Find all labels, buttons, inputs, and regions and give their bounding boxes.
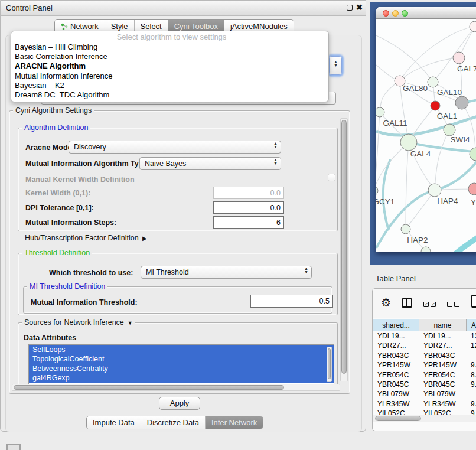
algorithm-option-basic-correlation-inference[interactable]: Basic Correlation Inference <box>15 52 328 61</box>
algorithm-option-mutual-information-inference[interactable]: Mutual Information Inference <box>15 71 328 81</box>
table-cell: 12 <box>467 341 476 350</box>
algorithm-option-bayesian-hill-climbing[interactable]: Bayesian – Hill Climbing <box>15 43 328 52</box>
threshold-definition-group: Threshold Definition Which threshold to … <box>18 253 338 315</box>
table-row[interactable]: YDL19...YDL19...13 <box>373 331 476 341</box>
network-node-node-pink[interactable] <box>468 183 476 195</box>
dpi-tolerance-field[interactable]: 0.0 <box>213 201 284 214</box>
restore-panel-icon[interactable] <box>6 444 21 450</box>
node-label-gal80: GAL80 <box>403 84 428 93</box>
table-cell: 9. <box>467 360 476 370</box>
manual-kernel-checkbox[interactable] <box>328 174 335 181</box>
settings-horizontal-scrollbar[interactable] <box>12 384 340 391</box>
node-label-swi4: SWI4 <box>450 135 470 144</box>
settings-vertical-scrollbar[interactable] <box>340 118 348 381</box>
network-node-hap4[interactable] <box>428 184 441 197</box>
algorithm-option-dream8-dc-tdc-algorithm[interactable]: Dream8 DC_TDC Algorithm <box>15 90 328 100</box>
network-edge <box>462 103 475 154</box>
network-node-node-top[interactable] <box>470 21 476 32</box>
hub-definition-label[interactable]: Hub/Transcription Factor Definition ▶ <box>25 234 147 242</box>
close-icon[interactable]: ✖ <box>356 3 363 12</box>
kernel-width-field[interactable]: 0.0 <box>213 187 284 199</box>
node-label-gal10: GAL10 <box>437 88 462 97</box>
network-node-gal10[interactable] <box>428 77 438 87</box>
network-node-gal11[interactable] <box>376 107 384 117</box>
table-cell: 9. <box>467 399 476 409</box>
table-cell: 8. <box>467 370 476 380</box>
threshold-definition-title: Threshold Definition <box>22 249 92 257</box>
algorithm-option-aracne-algorithm[interactable]: ARACNE Algorithm <box>15 61 328 71</box>
action-tab-discretize-data[interactable]: Discretize Data <box>141 416 205 429</box>
node-label-gal11: GAL11 <box>383 119 407 128</box>
table-row[interactable]: YPR145WYPR145W9. <box>373 360 476 370</box>
table-row[interactable]: YBR043CYBR043C <box>373 351 476 360</box>
mi-threshold-field[interactable]: 0.5 <box>250 295 333 308</box>
attribute-item-betweennesscentrality[interactable]: BetweennessCentrality <box>29 364 334 373</box>
tab-label: Cyni Toolbox <box>174 22 218 31</box>
table-row[interactable]: YBR045CYBR045C9. <box>373 380 476 389</box>
table-row[interactable]: YIL052CYIL052C9 <box>373 409 476 415</box>
tab-label: Style <box>111 22 128 31</box>
network-canvas[interactable]: GAL7GAL80GAL10GAL1GAL11SWI4GAL4GCY1HAP4Y… <box>376 19 476 252</box>
action-tab-infer-network[interactable]: Infer Network <box>205 416 263 429</box>
kernel-width-label: Kernel Width (0,1): <box>25 189 90 197</box>
table-cell: YBL079W <box>419 389 467 399</box>
network-node-node-gray[interactable] <box>455 96 468 109</box>
minimize-traffic-light-icon[interactable] <box>392 10 399 17</box>
collapse-down-icon[interactable]: ▼ <box>126 320 132 326</box>
network-edge <box>376 112 380 191</box>
which-threshold-combo[interactable]: MI Threshold ▲▼ <box>141 266 312 279</box>
network-edge <box>435 130 449 190</box>
attribute-item-selfloops[interactable]: SelfLoops <box>29 345 334 354</box>
network-view-window[interactable]: GAL7GAL80GAL10GAL1GAL11SWI4GAL4GCY1HAP4Y… <box>376 7 476 252</box>
action-tab-label: Impute Data <box>93 418 135 427</box>
stepper-arrows-icon: ▲▼ <box>273 158 278 165</box>
table-cell: YBR045C <box>419 380 467 389</box>
float-window-icon[interactable] <box>347 5 353 11</box>
select-all-columns-icon[interactable]: ✓✓ <box>423 302 436 307</box>
gear-icon[interactable]: ⚙ <box>381 296 391 309</box>
apply-button[interactable]: Apply <box>159 397 200 410</box>
network-node-gal7[interactable] <box>453 52 465 64</box>
network-edge <box>406 142 409 229</box>
close-traffic-light-icon[interactable] <box>383 10 389 17</box>
network-node-gal4[interactable] <box>400 134 417 151</box>
expand-right-icon[interactable]: ▶ <box>141 235 146 242</box>
algorithm-option-bayesian-k2[interactable]: Bayesian – K2 <box>15 81 328 90</box>
table-row[interactable]: YLR345WYLR345W9. <box>373 399 476 409</box>
column-header-shared[interactable]: shared... <box>373 319 419 331</box>
table-row[interactable]: YDR27...YDR27...12 <box>373 341 476 350</box>
mi-threshold-group: MI Threshold Definition Mutual Informati… <box>23 286 332 314</box>
column-header-a[interactable]: A <box>467 319 476 331</box>
action-tab-bar: Impute DataDiscretize DataInfer Network <box>86 416 263 429</box>
attribute-item-topologicalcoefficient[interactable]: TopologicalCoefficient <box>29 354 334 364</box>
sources-group-title[interactable]: Sources for Network Inference ▼ <box>22 318 135 327</box>
network-node-gal1[interactable] <box>431 101 440 110</box>
action-tab-impute-data[interactable]: Impute Data <box>87 416 141 429</box>
table-cell: YIL052C <box>373 409 419 415</box>
network-node-hap2[interactable] <box>401 224 410 234</box>
which-threshold-value: MI Threshold <box>146 268 189 276</box>
deselect-all-columns-icon[interactable] <box>447 302 459 307</box>
network-icon <box>61 23 68 30</box>
mi-steps-field[interactable]: 6 <box>213 216 284 229</box>
network-node-gcy1[interactable] <box>376 186 378 195</box>
network-edge <box>383 159 390 230</box>
table-cell: YDR27... <box>419 341 467 350</box>
node-label-node-pink: Y <box>471 198 476 207</box>
list-scrollbar[interactable] <box>327 347 332 382</box>
inference-algorithm-combo-stepper[interactable]: ▲▼ <box>329 56 342 75</box>
columns-icon[interactable] <box>402 298 412 308</box>
column-header-name[interactable]: name <box>419 319 467 331</box>
mi-type-combo[interactable]: Naive Bayes ▲▼ <box>139 157 281 170</box>
table-horizontal-scrollbar[interactable] <box>373 415 476 422</box>
table-row[interactable]: YER054CYER054C8. <box>373 370 476 380</box>
attribute-item-gal4rgexp[interactable]: gal4RGexp <box>29 373 334 383</box>
network-window-titlebar[interactable] <box>376 7 476 19</box>
network-node-node-right-green[interactable] <box>470 148 476 161</box>
table-row[interactable]: YBL079WYBL079W <box>373 389 476 399</box>
zoom-traffic-light-icon[interactable] <box>402 10 408 17</box>
import-table-icon[interactable] <box>471 295 476 308</box>
action-tab-label: Discretize Data <box>147 418 199 427</box>
aracne-mode-combo[interactable]: Discovery ▲▼ <box>69 141 281 154</box>
network-node-swi4[interactable] <box>444 124 455 136</box>
